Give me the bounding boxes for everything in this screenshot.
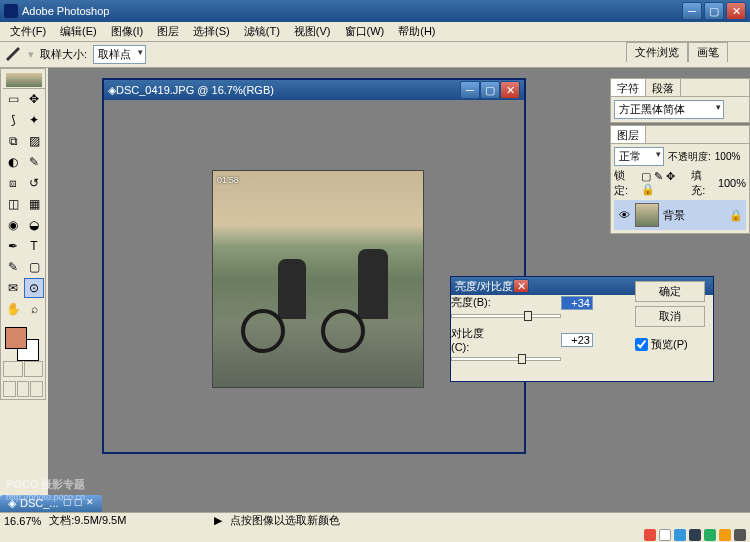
figure-cyclist bbox=[278, 259, 306, 319]
menu-image[interactable]: 图像(I) bbox=[105, 22, 149, 41]
move-tool[interactable]: ✥ bbox=[24, 89, 44, 109]
doc-titlebar[interactable]: ◈ DSC_0419.JPG @ 16.7%(RGB) ─ ▢ ✕ bbox=[104, 80, 524, 100]
eraser-tool[interactable]: ◫ bbox=[3, 194, 23, 214]
blur-tool[interactable]: ◉ bbox=[3, 215, 23, 235]
doc-minimize[interactable]: ─ bbox=[460, 81, 480, 99]
watermark-sub: http://photo.poco.cn bbox=[6, 492, 85, 502]
tray-icon-1[interactable] bbox=[644, 529, 656, 541]
app-title: Adobe Photoshop bbox=[22, 5, 682, 17]
lasso-tool[interactable]: ⟆ bbox=[3, 110, 23, 130]
doc-close[interactable]: ✕ bbox=[500, 81, 520, 99]
opacity-value[interactable]: 100% bbox=[715, 151, 741, 162]
ok-button[interactable]: 确定 bbox=[635, 281, 705, 302]
fill-label: 填充: bbox=[691, 168, 714, 198]
tray-icon-7[interactable] bbox=[734, 529, 746, 541]
tray-icon-3[interactable] bbox=[674, 529, 686, 541]
tab-paragraph[interactable]: 段落 bbox=[646, 79, 681, 96]
preview-checkbox[interactable] bbox=[635, 337, 648, 352]
history-brush-tool[interactable]: ↺ bbox=[24, 173, 44, 193]
eyedropper-tool[interactable]: ⊙ bbox=[24, 278, 44, 298]
fill-value[interactable]: 100% bbox=[718, 177, 746, 189]
tray-icon-2[interactable] bbox=[659, 529, 671, 541]
doc-title: DSC_0419.JPG @ 16.7%(RGB) bbox=[116, 84, 460, 96]
watermark: POCO 摄影专题 http://photo.poco.cn bbox=[6, 477, 85, 502]
type-tool[interactable]: T bbox=[24, 236, 44, 256]
gradient-tool[interactable]: ▦ bbox=[24, 194, 44, 214]
tab-file-browser[interactable]: 文件浏览 bbox=[626, 42, 688, 62]
visibility-icon[interactable]: 👁 bbox=[617, 209, 631, 221]
menu-select[interactable]: 选择(S) bbox=[187, 22, 236, 41]
dialog-title: 亮度/对比度 bbox=[455, 279, 513, 294]
canvas[interactable]: 01'58 bbox=[212, 170, 424, 388]
minimize-button[interactable]: ─ bbox=[682, 2, 702, 20]
tab-character[interactable]: 字符 bbox=[611, 79, 646, 96]
photo-content: 01'58 bbox=[213, 171, 423, 387]
crop-tool[interactable]: ⧉ bbox=[3, 131, 23, 151]
brush-tool[interactable]: ✎ bbox=[24, 152, 44, 172]
cancel-button[interactable]: 取消 bbox=[635, 306, 705, 327]
sample-size-label: 取样大小: bbox=[40, 47, 87, 62]
quickmask-on[interactable] bbox=[24, 361, 44, 377]
menu-layer[interactable]: 图层 bbox=[151, 22, 185, 41]
contrast-slider[interactable] bbox=[451, 357, 561, 361]
menu-filter[interactable]: 滤镜(T) bbox=[238, 22, 286, 41]
brightness-label: 亮度(B): bbox=[451, 295, 501, 310]
sample-size-dropdown[interactable]: 取样点 bbox=[93, 45, 146, 64]
menu-file[interactable]: 文件(F) bbox=[4, 22, 52, 41]
character-panel: 字符 段落 方正黑体简体 bbox=[610, 78, 750, 123]
layer-name[interactable]: 背景 bbox=[663, 208, 685, 223]
brightness-slider[interactable] bbox=[451, 314, 561, 318]
screen-full[interactable] bbox=[30, 381, 43, 397]
quickmask-off[interactable] bbox=[3, 361, 23, 377]
brightness-contrast-dialog: 亮度/对比度 ✕ 亮度(B): +34 对比度(C): +23 确定 取消 预览… bbox=[450, 276, 714, 382]
pen-tool[interactable]: ✎ bbox=[3, 257, 23, 277]
menu-edit[interactable]: 编辑(E) bbox=[54, 22, 103, 41]
tray-icon-5[interactable] bbox=[704, 529, 716, 541]
contrast-thumb[interactable] bbox=[518, 354, 526, 364]
brightness-input[interactable]: +34 bbox=[561, 296, 593, 310]
tray-icon-6[interactable] bbox=[719, 529, 731, 541]
tray-icon-4[interactable] bbox=[689, 529, 701, 541]
fg-color[interactable] bbox=[5, 327, 27, 349]
lock-icon: 🔒 bbox=[729, 209, 743, 222]
tray bbox=[644, 528, 746, 542]
path-tool[interactable]: ✒ bbox=[3, 236, 23, 256]
lock-icons[interactable]: ▢ ✎ ✥ 🔒 bbox=[641, 170, 687, 196]
toolbox: ▭ ✥ ⟆ ✦ ⧉ ▨ ◐ ✎ ⧇ ↺ ◫ ▦ ◉ ◒ ✒ T ✎ ▢ ✉ ⊙ … bbox=[0, 68, 46, 400]
screen-std[interactable] bbox=[3, 381, 16, 397]
stamp-tool[interactable]: ⧇ bbox=[3, 173, 23, 193]
zoom-level[interactable]: 16.67% bbox=[4, 515, 41, 527]
menu-bar: 文件(F) 编辑(E) 图像(I) 图层 选择(S) 滤镜(T) 视图(V) 窗… bbox=[0, 22, 750, 42]
brightness-thumb[interactable] bbox=[524, 311, 532, 321]
navigator-thumb[interactable] bbox=[6, 73, 42, 87]
doc-maximize[interactable]: ▢ bbox=[480, 81, 500, 99]
window-controls: ─ ▢ ✕ bbox=[682, 2, 746, 20]
dodge-tool[interactable]: ◒ bbox=[24, 215, 44, 235]
tab-brush[interactable]: 画笔 bbox=[688, 42, 728, 62]
font-dropdown[interactable]: 方正黑体简体 bbox=[614, 100, 724, 119]
menu-help[interactable]: 帮助(H) bbox=[392, 22, 441, 41]
document-window: ◈ DSC_0419.JPG @ 16.7%(RGB) ─ ▢ ✕ 01'58 bbox=[102, 78, 526, 454]
dialog-close[interactable]: ✕ bbox=[513, 279, 529, 293]
heal-tool[interactable]: ◐ bbox=[3, 152, 23, 172]
slice-tool[interactable]: ▨ bbox=[24, 131, 44, 151]
shape-tool[interactable]: ▢ bbox=[24, 257, 44, 277]
preview-checkbox-row[interactable]: 预览(P) bbox=[635, 337, 705, 352]
screen-full-menu[interactable] bbox=[17, 381, 30, 397]
contrast-input[interactable]: +23 bbox=[561, 333, 593, 347]
tab-layers[interactable]: 图层 bbox=[611, 126, 646, 143]
blend-mode-dropdown[interactable]: 正常 bbox=[614, 147, 664, 166]
marquee-tool[interactable]: ▭ bbox=[3, 89, 23, 109]
menu-view[interactable]: 视图(V) bbox=[288, 22, 337, 41]
notes-tool[interactable]: ✉ bbox=[3, 278, 23, 298]
maximize-button[interactable]: ▢ bbox=[704, 2, 724, 20]
wand-tool[interactable]: ✦ bbox=[24, 110, 44, 130]
preview-label: 预览(P) bbox=[651, 337, 688, 352]
hand-tool[interactable]: ✋ bbox=[3, 299, 23, 319]
menu-window[interactable]: 窗口(W) bbox=[339, 22, 391, 41]
layer-row-background[interactable]: 👁 背景 🔒 bbox=[614, 200, 746, 230]
close-button[interactable]: ✕ bbox=[726, 2, 746, 20]
zoom-tool[interactable]: ⌕ bbox=[24, 299, 44, 319]
layer-thumbnail[interactable] bbox=[635, 203, 659, 227]
hint-text: 点按图像以选取新颜色 bbox=[230, 513, 340, 528]
